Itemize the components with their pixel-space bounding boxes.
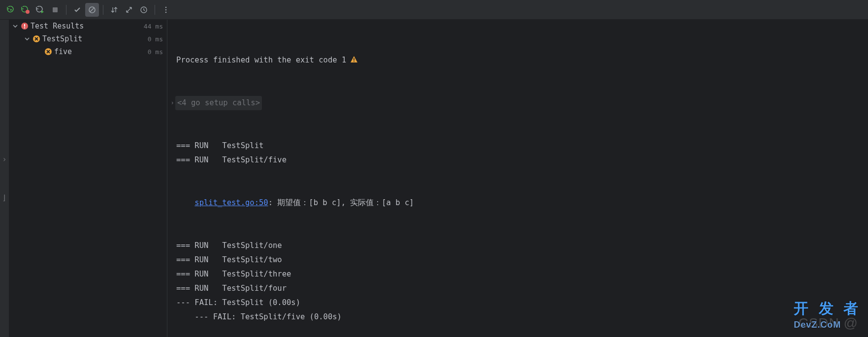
console-line: === RUN TestSplit/four bbox=[169, 281, 868, 296]
exit-code-line: Process finished with the exit code 1 bbox=[169, 53, 868, 67]
console-line bbox=[169, 324, 868, 337]
fold-line[interactable]: ›<4 go setup calls> bbox=[169, 96, 868, 110]
gutter-icon[interactable]: › bbox=[2, 155, 6, 164]
toggle-auto-test-button[interactable] bbox=[33, 3, 47, 17]
console-line: === RUN TestSplit/one bbox=[169, 239, 868, 253]
svg-rect-10 bbox=[24, 28, 25, 29]
svg-point-0 bbox=[26, 10, 30, 14]
test-tree-panel: Test Results 44 ms TestSplit 0 ms five 0… bbox=[9, 20, 167, 337]
separator bbox=[103, 5, 103, 15]
warning-icon bbox=[350, 56, 358, 63]
console-line: === RUN TestSplit/two bbox=[169, 253, 868, 267]
rerun-failed-button[interactable] bbox=[19, 3, 32, 17]
console-line: === RUN TestSplit bbox=[169, 139, 868, 153]
tree-suite-time: 0 ms bbox=[148, 35, 163, 43]
tree-test-time: 0 ms bbox=[148, 48, 163, 56]
left-gutter: › ⌋ bbox=[0, 20, 9, 337]
svg-line-3 bbox=[90, 8, 94, 12]
svg-rect-14 bbox=[354, 61, 354, 62]
console-line: === RUN TestSplit/three bbox=[169, 267, 868, 281]
fail-icon bbox=[44, 48, 52, 56]
svg-point-6 bbox=[165, 9, 167, 10]
tree-suite-label: TestSplit bbox=[42, 34, 148, 43]
chevron-right-icon: › bbox=[169, 96, 175, 110]
tree-root-label: Test Results bbox=[31, 22, 144, 31]
separator bbox=[155, 5, 155, 15]
svg-rect-13 bbox=[354, 58, 354, 61]
more-button[interactable] bbox=[159, 3, 173, 17]
stop-button[interactable] bbox=[48, 3, 62, 17]
chevron-down-icon bbox=[12, 24, 19, 29]
separator bbox=[66, 5, 66, 15]
console-line: === RUN TestSplit/five bbox=[169, 153, 868, 167]
file-link[interactable]: split_test.go:50 bbox=[194, 198, 268, 207]
tree-test-row[interactable]: five 0 ms bbox=[9, 45, 167, 58]
fail-icon bbox=[32, 35, 40, 43]
svg-rect-1 bbox=[53, 7, 58, 12]
tree-root-row[interactable]: Test Results 44 ms bbox=[9, 20, 167, 32]
error-icon bbox=[21, 22, 29, 30]
gutter-icon[interactable]: ⌋ bbox=[2, 193, 6, 202]
svg-point-5 bbox=[165, 6, 167, 8]
error-line: split_test.go:50: 期望值：[b b c], 实际值：[a b … bbox=[169, 196, 868, 210]
console-line: --- FAIL: TestSplit/five (0.00s) bbox=[169, 310, 868, 324]
console-line: --- FAIL: TestSplit (0.00s) bbox=[169, 296, 868, 310]
history-button[interactable] bbox=[137, 3, 151, 17]
show-passed-button[interactable] bbox=[70, 3, 84, 17]
svg-rect-9 bbox=[24, 24, 25, 27]
main-area: › ⌋ Test Results 44 ms TestSplit 0 ms bbox=[0, 20, 868, 337]
console-output[interactable]: Process finished with the exit code 1 ›<… bbox=[167, 20, 868, 337]
svg-point-7 bbox=[165, 11, 167, 13]
rerun-button[interactable] bbox=[4, 3, 18, 17]
tree-suite-row[interactable]: TestSplit 0 ms bbox=[9, 32, 167, 45]
chevron-down-icon bbox=[24, 36, 31, 41]
sort-button[interactable] bbox=[107, 3, 121, 17]
tree-test-label: five bbox=[54, 47, 148, 56]
tree-root-time: 44 ms bbox=[144, 23, 163, 30]
toolbar bbox=[0, 0, 868, 20]
collapse-button[interactable] bbox=[122, 3, 136, 17]
watermark-devz: 开 发 者DevZ.CoM bbox=[794, 301, 861, 332]
show-ignored-button[interactable] bbox=[85, 3, 99, 17]
